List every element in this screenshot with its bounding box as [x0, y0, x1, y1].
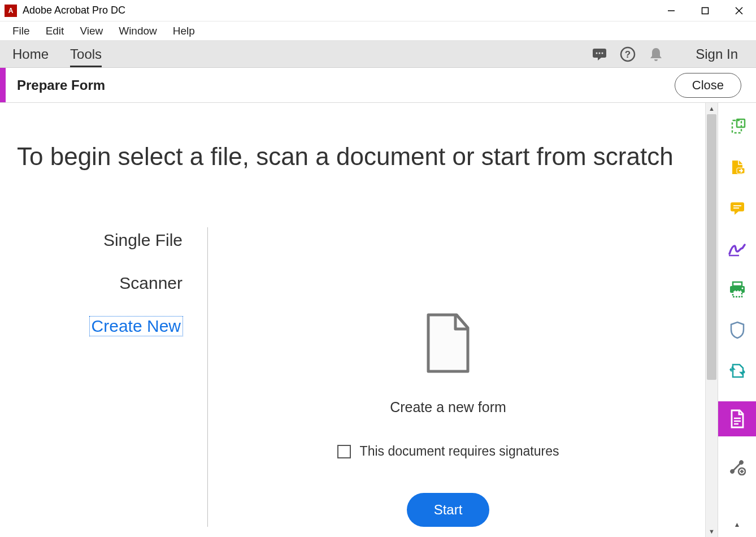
protect-icon[interactable]	[718, 320, 757, 340]
main-area: To begin select a file, scan a document …	[0, 103, 756, 537]
svg-point-6	[599, 52, 601, 54]
minimize-button[interactable]	[654, 0, 688, 21]
options-row: Single File Scanner Create New Create a …	[17, 227, 688, 527]
more-tools-icon[interactable]	[718, 457, 757, 477]
signatures-checkbox[interactable]	[337, 445, 351, 458]
menu-edit[interactable]: Edit	[38, 21, 72, 40]
option-single-file[interactable]: Single File	[103, 231, 183, 250]
svg-point-7	[602, 52, 603, 54]
svg-text:?: ?	[625, 49, 631, 60]
window-controls	[654, 0, 756, 21]
signatures-checkbox-label: This document requires signatures	[360, 444, 559, 459]
notifications-icon[interactable]	[645, 43, 667, 66]
tool-header: Prepare Form Close	[0, 68, 756, 103]
right-tool-rail: ▲	[718, 103, 756, 537]
prepare-form-icon[interactable]	[718, 401, 757, 436]
comment-icon[interactable]	[718, 198, 757, 218]
export-pdf-icon[interactable]	[718, 157, 757, 177]
svg-rect-1	[702, 7, 709, 14]
svg-point-5	[596, 52, 598, 54]
comments-icon[interactable]	[588, 43, 611, 66]
help-icon[interactable]: ?	[616, 43, 639, 66]
menubar: File Edit View Window Help	[0, 21, 756, 41]
signatures-checkbox-row[interactable]: This document requires signatures	[337, 444, 559, 459]
menu-view[interactable]: View	[72, 21, 111, 40]
tool-accent-bar	[0, 68, 6, 102]
rail-expand-arrow[interactable]: ▲	[718, 518, 757, 531]
sign-in-link[interactable]: Sign In	[696, 46, 738, 62]
sign-icon[interactable]	[718, 239, 757, 259]
app-title: Adobe Acrobat Pro DC	[23, 5, 654, 16]
navbar: Home Tools ? Sign In	[0, 41, 756, 68]
maximize-button[interactable]	[688, 0, 722, 21]
menu-window[interactable]: Window	[111, 21, 165, 40]
source-options-list: Single File Scanner Create New	[17, 227, 208, 527]
svg-rect-19	[733, 291, 742, 297]
svg-rect-17	[733, 282, 742, 286]
menu-file[interactable]: File	[5, 21, 38, 40]
svg-rect-13	[731, 202, 744, 211]
titlebar: A Adobe Acrobat Pro DC	[0, 0, 756, 21]
option-create-new[interactable]: Create New	[90, 317, 183, 336]
vertical-scrollbar[interactable]: ▲ ▼	[705, 103, 718, 537]
document-icon	[423, 312, 473, 376]
nav-tab-home[interactable]: Home	[12, 41, 49, 67]
option-scanner[interactable]: Scanner	[119, 274, 183, 293]
print-icon[interactable]	[718, 279, 757, 300]
option-content-panel: Create a new form This document requires…	[208, 227, 688, 527]
close-window-button[interactable]	[722, 0, 756, 21]
tool-title: Prepare Form	[17, 77, 675, 93]
start-button[interactable]: Start	[407, 493, 490, 527]
optimize-icon[interactable]	[718, 361, 757, 381]
menu-help[interactable]: Help	[165, 21, 203, 40]
content-label: Create a new form	[390, 399, 506, 415]
nav-tab-tools[interactable]: Tools	[70, 41, 102, 67]
scroll-thumb[interactable]	[707, 114, 716, 380]
svg-point-20	[741, 288, 743, 289]
scroll-up-arrow[interactable]: ▲	[706, 103, 718, 114]
create-pdf-icon[interactable]	[718, 116, 757, 137]
close-tool-button[interactable]: Close	[675, 73, 741, 98]
main-heading: To begin select a file, scan a document …	[17, 142, 688, 171]
scroll-down-arrow[interactable]: ▼	[706, 526, 718, 537]
content: To begin select a file, scan a document …	[0, 103, 705, 537]
acrobat-app-icon: A	[5, 5, 17, 17]
